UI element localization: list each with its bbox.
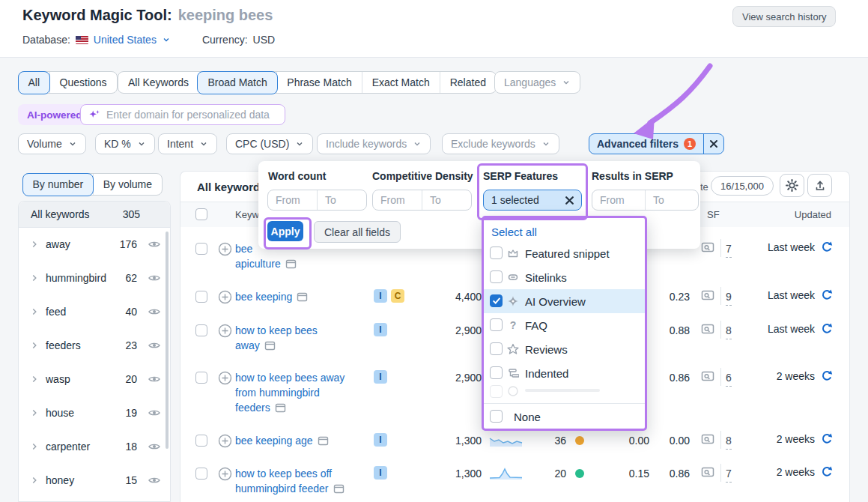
column-header-sf[interactable]: SF xyxy=(707,209,720,220)
checkbox[interactable] xyxy=(490,410,503,423)
chevron-right-icon[interactable] xyxy=(29,239,40,250)
volume-filter[interactable]: Volume xyxy=(18,133,86,154)
chevron-right-icon[interactable] xyxy=(29,340,40,351)
eye-icon[interactable] xyxy=(148,238,161,251)
sidebar-group-away[interactable]: away 176 xyxy=(19,227,170,261)
select-all-checkbox[interactable] xyxy=(195,208,207,220)
tab-all-keywords[interactable]: All Keywords xyxy=(118,72,198,93)
competitive-density-range-input[interactable]: From To xyxy=(372,190,472,211)
eye-icon[interactable] xyxy=(148,372,161,386)
eye-icon[interactable] xyxy=(148,440,161,453)
word-count-range-input[interactable]: From To xyxy=(267,190,367,211)
serp-card-icon[interactable] xyxy=(275,402,286,414)
serp-preview-icon[interactable] xyxy=(701,369,714,383)
intent-badge-informational[interactable]: I xyxy=(374,323,387,336)
chevron-right-icon[interactable] xyxy=(29,306,40,317)
sidebar-group-house[interactable]: house 19 xyxy=(19,396,170,429)
chevron-right-icon[interactable] xyxy=(29,273,40,283)
row-checkbox[interactable] xyxy=(195,372,207,384)
refresh-icon[interactable] xyxy=(821,323,833,335)
intent-filter[interactable]: Intent xyxy=(158,133,217,154)
intent-badge-commercial[interactable]: C xyxy=(391,289,404,303)
export-button[interactable] xyxy=(807,174,832,197)
serp-option-featured-snippet[interactable]: Featured snippet xyxy=(484,241,645,265)
sidebar-all-keywords-row[interactable]: All keywords 305 xyxy=(19,202,170,228)
row-checkbox[interactable] xyxy=(195,243,207,255)
intent-badge-informational[interactable]: I xyxy=(374,370,387,384)
sf-count-link[interactable]: 7 xyxy=(726,241,732,258)
keyword-link[interactable]: how to keep bees away from hummingbird f… xyxy=(235,370,345,415)
serp-card-icon[interactable] xyxy=(297,291,308,303)
intent-badge-informational[interactable]: I xyxy=(374,466,387,480)
serp-preview-icon[interactable] xyxy=(701,288,714,302)
serp-card-icon[interactable] xyxy=(285,258,297,270)
add-keyword-icon[interactable] xyxy=(218,290,232,304)
serp-option-ai-overview[interactable]: AI Overview xyxy=(484,289,645,313)
checkbox-checked[interactable] xyxy=(490,294,503,307)
database-select[interactable]: United States xyxy=(94,34,157,46)
sidebar-group-wasp[interactable]: wasp 20 xyxy=(19,362,170,396)
keyword-link[interactable]: how to keep bees away xyxy=(235,323,318,353)
checkbox[interactable] xyxy=(490,342,503,355)
languages-dropdown[interactable]: Languages xyxy=(494,71,580,94)
sidebar-group-feeders[interactable]: feeders 23 xyxy=(19,328,170,362)
checkbox[interactable] xyxy=(490,247,503,259)
tab-broad-match[interactable]: Broad Match xyxy=(197,71,277,94)
sidebar-group-feed[interactable]: feed 40 xyxy=(19,294,170,328)
tab-by-number[interactable]: By number xyxy=(22,173,94,196)
view-search-history-button[interactable]: View search history xyxy=(732,6,836,27)
clear-selection-icon[interactable] xyxy=(565,196,574,205)
domain-input[interactable]: Enter domain for personalized data xyxy=(80,104,285,125)
add-keyword-icon[interactable] xyxy=(218,242,232,256)
eye-icon[interactable] xyxy=(148,339,161,352)
serp-card-icon[interactable] xyxy=(264,340,276,351)
checkbox[interactable] xyxy=(490,270,503,283)
chevron-right-icon[interactable] xyxy=(29,374,40,384)
chevron-down-icon[interactable] xyxy=(162,35,171,44)
keyword-link[interactable]: bee keeping xyxy=(235,289,308,304)
eye-icon[interactable] xyxy=(148,271,161,285)
serp-preview-icon[interactable] xyxy=(701,432,714,446)
sidebar-group-honey[interactable]: honey 15 xyxy=(19,463,170,497)
sidebar-group-carpenter[interactable]: carpenter 18 xyxy=(19,429,170,463)
exclude-keywords-filter[interactable]: Exclude keywords xyxy=(442,133,559,154)
refresh-icon[interactable] xyxy=(821,289,833,301)
table-settings-button[interactable] xyxy=(780,174,804,197)
intent-badge-informational[interactable]: I xyxy=(374,433,387,447)
row-checkbox[interactable] xyxy=(195,324,207,336)
keyword-link[interactable]: how to keep bees off hummingbird feeder xyxy=(235,466,345,496)
add-keyword-icon[interactable] xyxy=(218,467,232,481)
eye-icon[interactable] xyxy=(148,474,161,487)
cpc-filter[interactable]: CPC (USD) xyxy=(226,133,313,154)
sf-count-link[interactable]: 7 xyxy=(726,466,732,483)
serp-card-icon[interactable] xyxy=(318,435,329,447)
chevron-right-icon[interactable] xyxy=(29,475,40,486)
refresh-icon[interactable] xyxy=(821,466,833,478)
checkbox[interactable] xyxy=(490,318,503,331)
row-checkbox[interactable] xyxy=(195,468,207,480)
sidebar-group-hummingbird[interactable]: hummingbird 62 xyxy=(19,261,170,294)
serp-option-reviews[interactable]: Reviews xyxy=(484,337,645,361)
serp-option-sitelinks[interactable]: Sitelinks xyxy=(484,265,645,289)
serp-card-icon[interactable] xyxy=(333,483,345,495)
sidebar-scrollbar[interactable] xyxy=(166,232,169,449)
column-header-updated[interactable]: Updated xyxy=(795,209,831,220)
advanced-filters-button[interactable]: Advanced filters 1 xyxy=(589,133,724,154)
kd-filter[interactable]: KD % xyxy=(95,133,155,154)
results-in-serp-range-input[interactable]: From To xyxy=(592,190,699,211)
row-checkbox[interactable] xyxy=(195,291,207,303)
eye-icon[interactable] xyxy=(148,305,161,318)
refresh-icon[interactable] xyxy=(821,241,833,253)
add-keyword-icon[interactable] xyxy=(218,371,232,385)
eye-icon[interactable] xyxy=(148,406,161,420)
row-checkbox[interactable] xyxy=(195,435,207,447)
serp-option-faq[interactable]: ? FAQ xyxy=(484,313,645,337)
sf-count-link[interactable]: 8 xyxy=(726,433,732,450)
serp-preview-icon[interactable] xyxy=(701,465,714,479)
chevron-right-icon[interactable] xyxy=(29,408,40,418)
tab-all[interactable]: All xyxy=(18,71,51,94)
tab-by-volume[interactable]: By volume xyxy=(93,174,162,195)
tab-exact-match[interactable]: Exact Match xyxy=(362,72,440,93)
serp-preview-icon[interactable] xyxy=(701,241,714,254)
refresh-icon[interactable] xyxy=(821,433,833,445)
